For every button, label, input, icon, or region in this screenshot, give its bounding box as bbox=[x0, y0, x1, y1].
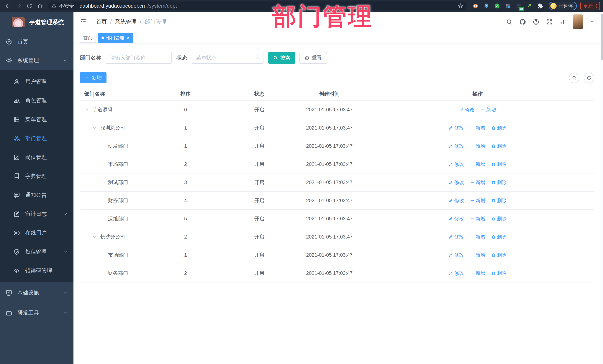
edit-link[interactable]: 修改 bbox=[449, 270, 464, 276]
ext-pin-icon[interactable] bbox=[482, 2, 490, 10]
expand-caret-icon[interactable] bbox=[92, 234, 100, 239]
ext-grid-icon[interactable] bbox=[504, 2, 512, 10]
sidebar-item-用户管理[interactable]: 用户管理 bbox=[0, 72, 73, 91]
add-button[interactable]: 新增 bbox=[80, 72, 106, 83]
delete-link[interactable]: 删除 bbox=[491, 143, 507, 149]
cell-sort: 0 bbox=[150, 107, 221, 113]
address-bar[interactable]: 不安全 dashboard.yudao.iocoder.cn/system/de… bbox=[48, 1, 467, 10]
delete-link[interactable]: 删除 bbox=[491, 234, 507, 240]
add-link[interactable]: 新增 bbox=[470, 234, 485, 240]
security-label[interactable]: 不安全 bbox=[59, 3, 74, 9]
dept-table: 部门名称 排序 状态 创建时间 操作 芋道源码0开启2021-01-05 17:… bbox=[80, 88, 594, 282]
add-link[interactable]: 新增 bbox=[470, 161, 485, 167]
refresh-button[interactable] bbox=[584, 73, 594, 83]
add-link[interactable]: 新增 bbox=[470, 270, 485, 276]
table-row-长沙分公司: 长沙分公司2开启2021-01-05 17:03:47修改新增删除 bbox=[80, 228, 594, 246]
sidebar-item-部门管理[interactable]: 部门管理 bbox=[0, 129, 73, 148]
table-row-测试部门: 测试部门3开启2021-01-05 17:03:47修改新增删除 bbox=[80, 174, 594, 192]
delete-link[interactable]: 删除 bbox=[491, 179, 507, 186]
ext-switch-icon[interactable]: on bbox=[514, 2, 523, 10]
add-link[interactable]: 新增 bbox=[470, 125, 485, 131]
delete-link[interactable]: 删除 bbox=[491, 216, 507, 222]
search-button[interactable]: 搜索 bbox=[268, 52, 295, 64]
tab-close-icon[interactable]: × bbox=[127, 35, 129, 40]
breadcrumb-item-系统管理[interactable]: 系统管理 bbox=[115, 18, 137, 26]
delete-link[interactable]: 删除 bbox=[491, 125, 507, 131]
sidebar-item-基础设施[interactable]: 基础设施 bbox=[0, 284, 73, 302]
scrollbar-thumb[interactable] bbox=[601, 14, 603, 60]
edit-link[interactable]: 修改 bbox=[449, 125, 464, 131]
sidebar-item-系统管理[interactable]: 系统管理 bbox=[0, 51, 73, 70]
delete-link[interactable]: 删除 bbox=[491, 252, 507, 258]
active-tab-dot bbox=[102, 36, 104, 39]
sidebar-item-角色管理[interactable]: 角色管理 bbox=[0, 91, 73, 110]
edit-link[interactable]: 修改 bbox=[449, 216, 464, 222]
expand-caret-icon[interactable] bbox=[84, 107, 93, 112]
reset-button[interactable]: 重置 bbox=[300, 52, 327, 64]
home-icon[interactable] bbox=[35, 1, 45, 10]
dept-name-input[interactable] bbox=[106, 52, 172, 64]
status-select[interactable]: 菜单状态 bbox=[192, 52, 264, 64]
sidebar-item-菜单管理[interactable]: 菜单管理 bbox=[0, 110, 73, 129]
edit-link[interactable]: 修改 bbox=[449, 234, 464, 240]
sidebar-item-首页[interactable]: 首页 bbox=[0, 33, 73, 51]
edit-link[interactable]: 修改 bbox=[459, 107, 475, 113]
browser-profile-chip[interactable]: 已暂停 bbox=[549, 2, 577, 10]
expand-caret-icon[interactable] bbox=[92, 125, 100, 130]
sidebar-item-岗位管理[interactable]: 岗位管理 bbox=[0, 148, 73, 167]
infra-monitor-icon bbox=[6, 289, 12, 296]
ext-check-icon[interactable] bbox=[493, 2, 501, 10]
sidebar-item-审计日志[interactable]: 审计日志 bbox=[0, 205, 73, 223]
fullscreen-icon[interactable] bbox=[546, 19, 553, 25]
user-avatar[interactable] bbox=[573, 14, 583, 29]
sidebar-item-短信管理[interactable]: 短信管理 bbox=[0, 243, 73, 261]
sidebar-item-字典管理[interactable]: 字典管理 bbox=[0, 167, 73, 186]
sidebar-item-错误码管理[interactable]: 错误码管理 bbox=[0, 261, 73, 280]
toggle-search-button[interactable] bbox=[569, 73, 580, 83]
tab-首页[interactable]: 首页 bbox=[80, 33, 96, 43]
edit-link[interactable]: 修改 bbox=[449, 179, 464, 186]
kebab-menu-icon[interactable] bbox=[596, 4, 597, 8]
edit-link[interactable]: 修改 bbox=[449, 197, 464, 204]
cell-create-time: 2021-01-05 17:03:47 bbox=[298, 143, 361, 149]
cell-actions: 修改新增删除 bbox=[361, 270, 594, 276]
add-link[interactable]: 新增 bbox=[470, 143, 485, 149]
font-size-icon[interactable] bbox=[559, 19, 566, 25]
add-link[interactable]: 新增 bbox=[481, 107, 496, 113]
add-link[interactable]: 新增 bbox=[470, 216, 485, 222]
add-link[interactable]: 新增 bbox=[470, 197, 485, 204]
sidebar-item-在线用户[interactable]: 在线用户 bbox=[0, 223, 73, 243]
hamburger-icon[interactable] bbox=[80, 18, 88, 26]
app-logo-row[interactable]: 芋道管理系统 bbox=[0, 12, 73, 33]
add-link[interactable]: 新增 bbox=[470, 179, 485, 186]
ext-dial-icon[interactable] bbox=[471, 2, 480, 10]
book-icon bbox=[13, 173, 20, 180]
breadcrumb-item-首页[interactable]: 首页 bbox=[96, 18, 107, 26]
sidebar-item-通知公告[interactable]: 通知公告 bbox=[0, 186, 73, 205]
ext-puzzle-icon[interactable] bbox=[536, 2, 544, 10]
edit-link[interactable]: 修改 bbox=[449, 143, 464, 149]
browser-update-button[interactable]: 更新 bbox=[580, 2, 600, 10]
sidebar-item-label: 部门管理 bbox=[25, 135, 68, 142]
forward-icon[interactable] bbox=[14, 1, 23, 10]
back-icon[interactable] bbox=[3, 1, 13, 10]
badge-icon bbox=[13, 154, 20, 161]
search-icon[interactable] bbox=[506, 19, 513, 25]
delete-link[interactable]: 删除 bbox=[491, 197, 507, 204]
edit-link[interactable]: 修改 bbox=[449, 161, 464, 167]
delete-link[interactable]: 删除 bbox=[491, 270, 507, 276]
github-icon[interactable] bbox=[519, 19, 526, 25]
sidebar-item-label: 审计日志 bbox=[25, 210, 57, 218]
edit-link[interactable]: 修改 bbox=[449, 252, 464, 258]
reload-icon[interactable] bbox=[24, 1, 34, 10]
ext-leaf-icon[interactable] bbox=[525, 2, 533, 10]
help-icon[interactable] bbox=[533, 19, 539, 25]
add-link[interactable]: 新增 bbox=[470, 252, 485, 258]
table-row-芋道源码: 芋道源码0开启2021-01-05 17:03:47修改新增 bbox=[80, 101, 594, 119]
avatar-caret-icon[interactable] bbox=[590, 20, 594, 24]
sidebar-submenu: 用户管理角色管理菜单管理部门管理岗位管理字典管理通知公告审计日志在线用户短信管理… bbox=[0, 70, 73, 282]
sidebar-item-研发工具[interactable]: 研发工具 bbox=[0, 304, 73, 322]
delete-link[interactable]: 删除 bbox=[491, 161, 507, 167]
tab-部门管理[interactable]: 部门管理× bbox=[98, 33, 133, 43]
bookmark-star-icon[interactable] bbox=[458, 3, 463, 9]
